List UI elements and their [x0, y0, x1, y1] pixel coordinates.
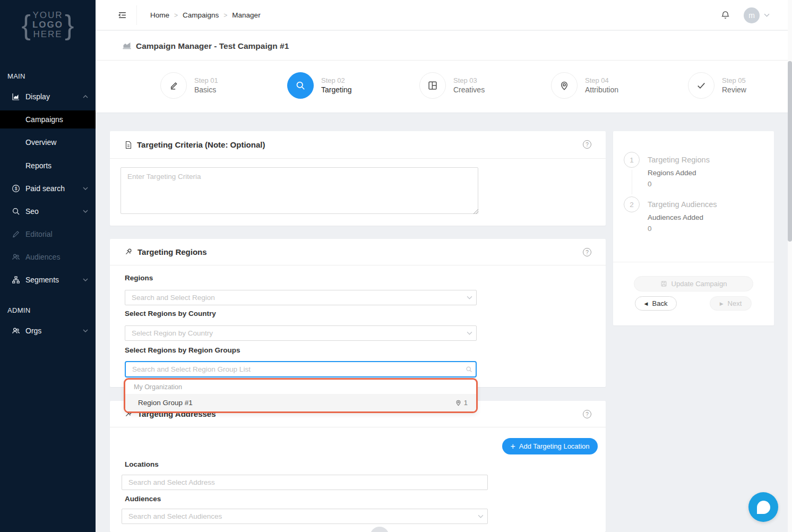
targeting-criteria-card: Targeting Criteria (Note: Optional) ?: [110, 131, 606, 226]
step-basics[interactable]: Step 01 Basics: [160, 72, 218, 99]
targeting-regions-card: Targeting Regions ? Regions Select Regio…: [110, 239, 606, 387]
step-label: Review: [722, 85, 746, 95]
breadcrumb-home[interactable]: Home: [150, 11, 169, 19]
divider: [136, 5, 137, 25]
search-icon: [287, 72, 314, 99]
avatar[interactable]: m: [744, 7, 760, 23]
sidebar-item-display[interactable]: Display: [0, 88, 96, 106]
regions-by-country-select[interactable]: [125, 325, 477, 341]
chat-widget-button[interactable]: [748, 492, 778, 522]
chevron-down-icon: [83, 187, 88, 190]
back-button[interactable]: ◀ Back: [635, 296, 677, 311]
region-group-search-input[interactable]: [125, 361, 477, 377]
back-label: Back: [652, 299, 668, 307]
summary-step-count: 0: [648, 225, 652, 233]
region-group-option-label: Region Group #1: [138, 399, 455, 407]
region-count: 1: [455, 399, 468, 407]
people-icon: [12, 327, 20, 335]
summary-step-title: Targeting Regions: [648, 156, 710, 164]
help-icon[interactable]: ?: [583, 248, 591, 256]
step-label: Targeting: [321, 85, 352, 95]
audiences-select[interactable]: [122, 509, 488, 524]
scrollbar-thumb[interactable]: [788, 61, 792, 242]
menu-fold-icon[interactable]: [118, 11, 127, 20]
locations-search-input[interactable]: [122, 475, 488, 490]
sidebar-item-paid-search[interactable]: $ Paid search: [0, 179, 96, 198]
step-number: Step 03: [453, 76, 485, 85]
titlebar: Campaign Manager - Test Campaign #1: [96, 31, 792, 61]
search-icon: [12, 207, 20, 216]
location-pin-icon: [455, 399, 462, 406]
regions-by-country-label: Select Regions by Country: [125, 310, 216, 318]
stepper: Step 01 Basics Step 02 Targeting Step 03…: [96, 61, 792, 113]
next-label: Next: [728, 299, 742, 307]
avatar-initial: m: [748, 11, 755, 20]
sidebar-item-label: Audiences: [25, 253, 96, 261]
divider: [613, 262, 774, 262]
sidebar-item-audiences[interactable]: Audiences: [0, 248, 96, 266]
topbar: Home > Campaigns > Manager m: [96, 0, 792, 30]
step-label: Basics: [194, 85, 218, 95]
step-review[interactable]: Step 05 Review: [688, 72, 746, 99]
regions-select[interactable]: [125, 290, 477, 305]
audiences-label: Audiences: [125, 495, 161, 503]
chevron-down-icon[interactable]: [764, 13, 770, 17]
breadcrumb-manager[interactable]: Manager: [232, 11, 260, 19]
step-targeting[interactable]: Step 02 Targeting: [287, 72, 352, 99]
step-number: Step 04: [585, 76, 618, 85]
help-icon[interactable]: ?: [583, 140, 591, 149]
targeting-criteria-textarea[interactable]: [120, 167, 478, 214]
chat-bubble-icon: [757, 501, 770, 514]
update-campaign-button[interactable]: Update Campaign: [634, 276, 753, 291]
sidebar-item-reports[interactable]: Reports: [0, 157, 96, 175]
next-arrow-icon: ▶: [720, 301, 724, 306]
sidebar-item-label: Display: [25, 92, 83, 101]
step-number: Step 02: [321, 76, 352, 85]
sidebar-item-label: Campaigns: [25, 115, 96, 124]
save-icon: [660, 280, 667, 287]
logo-line: LOGO: [32, 20, 63, 30]
step-attribution[interactable]: Step 04 Attribution: [551, 72, 618, 99]
step-creatives[interactable]: Step 03 Creatives: [419, 72, 485, 99]
sidebar-section-main: MAIN: [7, 72, 25, 80]
region-count-value: 1: [464, 399, 468, 407]
update-campaign-label: Update Campaign: [672, 280, 727, 288]
sidebar-item-overview[interactable]: Overview: [0, 133, 96, 151]
region-group-option[interactable]: Region Group #1 1: [125, 394, 476, 411]
summary-step-circle: 2: [624, 196, 640, 212]
next-button[interactable]: ▶ Next: [710, 296, 752, 311]
summary-step-title: Targeting Audiences: [648, 200, 717, 209]
sidebar-item-seo[interactable]: Seo: [0, 202, 96, 220]
layout-icon: [419, 72, 446, 99]
help-icon[interactable]: ?: [583, 410, 591, 418]
pushpin-icon: [125, 248, 133, 256]
sidebar-item-segments[interactable]: Segments: [0, 271, 96, 289]
hierarchy-icon: [12, 276, 20, 284]
sidebar-item-label: Editorial: [25, 230, 96, 238]
breadcrumb-campaigns[interactable]: Campaigns: [183, 11, 219, 19]
chart-icon: [12, 92, 20, 101]
back-arrow-icon: ◀: [644, 301, 648, 306]
sidebar-item-label: Segments: [25, 276, 83, 284]
people-icon: [12, 253, 20, 261]
summary-step-sub: Regions Added: [648, 169, 696, 177]
plus-icon: +: [510, 442, 515, 451]
campaign-manager-app: { YOUR LOGO HERE } MAIN Display Campaign…: [0, 0, 792, 532]
scrollbar: [788, 0, 792, 532]
bell-icon[interactable]: [721, 11, 730, 20]
sidebar-item-editorial[interactable]: Editorial: [0, 225, 96, 243]
step-label: Creatives: [453, 85, 485, 95]
breadcrumb-separator: >: [223, 12, 227, 19]
add-targeting-location-button[interactable]: + Add Targeting Location: [502, 438, 598, 454]
region-group-dropdown: My Organization Region Group #1 1: [124, 378, 478, 413]
sidebar-item-label: Orgs: [25, 327, 83, 335]
sidebar-item-campaigns[interactable]: Campaigns: [0, 110, 96, 128]
pen-icon: [12, 230, 20, 238]
check-icon: [688, 72, 714, 99]
sidebar-item-label: Reports: [25, 161, 96, 170]
pencil-icon: [160, 72, 187, 99]
sidebar-item-orgs[interactable]: Orgs: [0, 322, 96, 340]
card-title: Targeting Criteria (Note: Optional): [137, 140, 265, 149]
logo-line: YOUR: [32, 11, 63, 20]
targeting-addresses-card: Targeting Addresses ? + Add Targeting Lo…: [110, 401, 606, 532]
